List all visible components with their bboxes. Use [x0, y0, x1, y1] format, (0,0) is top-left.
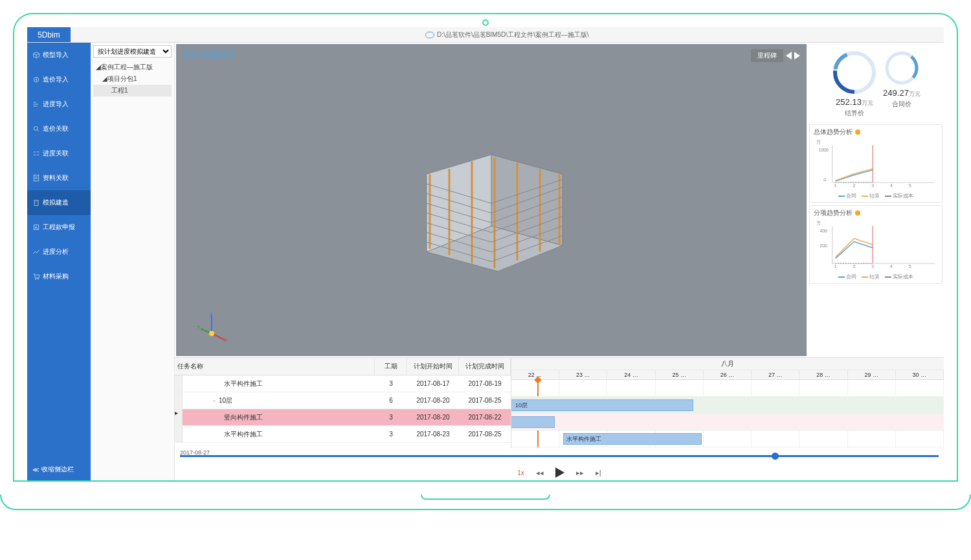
svg-text:3: 3: [871, 264, 874, 269]
row-handle: [175, 392, 183, 409]
sidebar-item-label: 模拟建造: [43, 198, 69, 207]
timeline-thumb[interactable]: [772, 453, 779, 460]
table-row[interactable]: 水平构件施工32017-08-172017-08-19: [175, 375, 511, 392]
sidebar-collapse[interactable]: ≪ 收缩侧边栏: [27, 458, 91, 480]
sidebar-item-cost-import[interactable]: 造价导入: [27, 67, 91, 92]
gantt-chart[interactable]: 八月 22 …23 …24 …25 …26 …27 …28 …29 …30 … …: [511, 358, 944, 448]
svg-text:0: 0: [823, 177, 826, 182]
axis-gizmo-icon[interactable]: Z X Y: [195, 311, 228, 343]
search-coin-icon: [32, 125, 40, 133]
forward-icon[interactable]: ▸▸: [576, 469, 584, 477]
gantt-day-header: 30 …: [896, 370, 944, 379]
gantt-day-header: 26 …: [704, 370, 752, 379]
svg-text:2: 2: [853, 183, 855, 188]
legend-item: 合同: [846, 193, 856, 199]
cloud-icon: [425, 32, 434, 38]
sidebar-item-payment[interactable]: 工程款申报: [27, 215, 91, 240]
svg-text:X: X: [224, 337, 228, 343]
task-grid: 任务名称 工期 计划开始时间 计划完成时间 水平构件施工32017-08-172…: [175, 358, 511, 448]
gantt-bar[interactable]: 竖向: [511, 416, 555, 428]
col-task-name[interactable]: 任务名称: [175, 358, 375, 375]
gantt-day-header: 25 …: [656, 370, 704, 379]
gauge-settlement: 252.13万元 结算价: [831, 49, 878, 118]
cube-icon: [32, 51, 40, 59]
gauge-ring-icon: [883, 49, 921, 87]
sidebar-item-progress-import[interactable]: 进度导入: [27, 92, 91, 117]
sidebar-item-model-import[interactable]: 模型导入: [27, 43, 91, 67]
chevron-left-icon: ≪: [32, 466, 39, 473]
gantt-day-header: 27 …: [752, 370, 799, 379]
viewport-3d[interactable]: 2017/08/22 里程碑: [176, 44, 807, 356]
svg-rect-2: [34, 175, 39, 181]
next-arrow-icon[interactable]: [794, 52, 800, 60]
chart-icon: [32, 248, 40, 256]
sidebar-item-label: 工程款申报: [43, 223, 75, 232]
svg-text:5: 5: [909, 264, 911, 269]
mode-select[interactable]: 按计划进度模拟建造: [93, 45, 172, 58]
play-icon[interactable]: [555, 467, 564, 478]
chart-title: 总体趋势分析: [814, 128, 853, 137]
gantt-day-header: 23 …: [559, 370, 607, 379]
gantt-bar[interactable]: 从 8月20日 10层: [511, 399, 693, 411]
row-handle: [175, 375, 183, 392]
sidebar-item-simulate[interactable]: 模拟建造: [27, 190, 91, 215]
link-bars-icon: [32, 150, 40, 157]
gantt-day-header: 28 …: [799, 370, 847, 379]
sidebar-item-analysis[interactable]: 进度分析: [27, 240, 91, 264]
breadcrumb: D:\品茗软件\品茗BIM5D\工程文件\案例工程—施工版\: [71, 30, 944, 39]
rewind-icon[interactable]: ◂◂: [536, 469, 544, 477]
gantt-month: 八月: [511, 358, 944, 370]
skip-end-icon[interactable]: ▸|: [596, 469, 601, 477]
row-handle[interactable]: ▸: [175, 409, 183, 425]
legend-item: 实际成本: [893, 193, 913, 199]
tree-node-label: 项目分包1: [107, 75, 137, 82]
building-icon: [32, 199, 40, 207]
table-row[interactable]: -10层62017-08-202017-08-25: [175, 392, 511, 409]
svg-text:3: 3: [871, 183, 874, 188]
tree-child-2[interactable]: 工程1: [93, 85, 172, 96]
sidebar-item-cost-link[interactable]: 造价关联: [27, 117, 91, 141]
right-panel: 252.13万元 结算价 249.27万元 合同价: [808, 43, 944, 357]
gauge-contract: 249.27万元 合同价: [883, 49, 921, 118]
svg-point-1: [34, 126, 38, 130]
table-row[interactable]: ▸竖向构件施工32017-08-202017-08-22: [175, 409, 511, 426]
sidebar-item-material[interactable]: 材料采购: [27, 264, 91, 289]
sidebar-item-label: 进度分析: [43, 247, 69, 256]
tree-root[interactable]: ◢案例工程—施工版: [93, 62, 172, 73]
col-duration[interactable]: 工期: [375, 358, 407, 375]
tree-child-1[interactable]: ◢项目分包1: [93, 73, 172, 85]
table-row[interactable]: 水平构件施工32017-08-232017-08-25: [175, 426, 511, 443]
sidebar-item-label: 材料采购: [43, 272, 69, 281]
tree-node-label: 案例工程—施工版: [101, 63, 153, 71]
col-end[interactable]: 计划完成时间: [459, 358, 511, 375]
chart-overall: 总体趋势分析 万 1000 0 123: [809, 124, 943, 203]
gantt-day-header: 24 …: [607, 370, 655, 379]
gantt-bar-label: 10层: [515, 401, 528, 410]
gantt-bar[interactable]: 水平构件施工: [563, 433, 702, 445]
player-controls: 1x ◂◂ ▸▸ ▸|: [175, 465, 944, 480]
svg-point-6: [38, 278, 39, 280]
speed-label[interactable]: 1x: [517, 469, 524, 476]
project-tree: ◢案例工程—施工版 ◢项目分包1 工程1: [93, 62, 172, 96]
sidebar-item-doc-link[interactable]: 资料关联: [27, 166, 91, 190]
gauge-label: 结算价: [831, 109, 878, 118]
sidebar-item-label: 资料关联: [43, 174, 69, 183]
gauge-ring-icon: [831, 49, 878, 96]
sidebar-item-progress-link[interactable]: 进度关联: [27, 141, 91, 166]
svg-text:4: 4: [890, 264, 893, 269]
milestone-button[interactable]: 里程碑: [751, 49, 783, 62]
line-chart: 万 400 200 12345: [814, 219, 938, 271]
timeline-slider[interactable]: 2017-08-27: [180, 451, 939, 462]
timeline-track: [180, 455, 939, 457]
gauge-value: 249.27: [883, 88, 909, 98]
gantt-day-header: 29 …: [848, 370, 896, 379]
svg-text:4: 4: [890, 183, 893, 188]
prev-arrow-icon[interactable]: [786, 52, 792, 60]
building-model: [401, 122, 582, 278]
col-start[interactable]: 计划开始时间: [407, 358, 459, 375]
app-logo: 5Dbim: [27, 27, 71, 42]
sidebar-item-label: 造价关联: [43, 124, 69, 133]
legend-item: 实际成本: [893, 274, 913, 280]
svg-rect-3: [34, 200, 38, 205]
legend-item: 结算: [869, 193, 880, 199]
